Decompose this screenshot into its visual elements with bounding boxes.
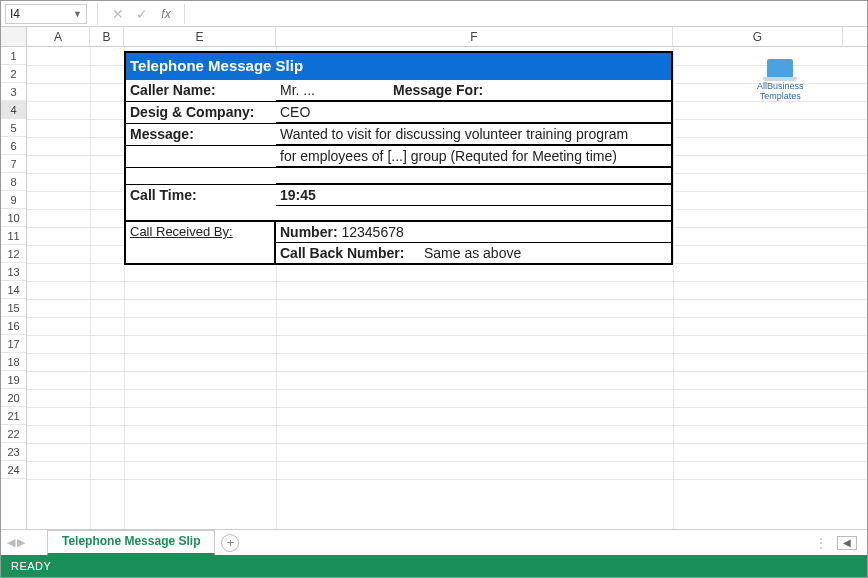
row-header[interactable]: 14 (1, 281, 26, 299)
message-for-label: Message For: (393, 82, 483, 98)
row-header[interactable]: 12 (1, 245, 26, 263)
cancel-formula-icon[interactable]: ✕ (108, 4, 128, 24)
sheet-tab-active[interactable]: Telephone Message Slip (47, 530, 215, 556)
message-slip: Telephone Message Slip Caller Name: Mr. … (124, 51, 673, 265)
desig-value: CEO (280, 104, 310, 120)
call-time-label: Call Time: (126, 185, 276, 206)
row-header[interactable]: 2 (1, 65, 26, 83)
column-headers: A B E F G (1, 27, 867, 47)
allbusiness-templates-logo: AllBusiness Templates (757, 59, 804, 101)
col-header[interactable]: G (673, 27, 843, 46)
row-header[interactable]: 22 (1, 425, 26, 443)
prev-sheet-icon[interactable]: ◀ (7, 536, 15, 549)
blank-label (126, 146, 276, 167)
row-header[interactable]: 24 (1, 461, 26, 479)
name-box-value: I4 (10, 7, 20, 21)
row-header[interactable]: 7 (1, 155, 26, 173)
number-label: Number: (280, 224, 338, 240)
row-header[interactable]: 23 (1, 443, 26, 461)
col-header[interactable]: E (124, 27, 276, 46)
blank-label (126, 206, 276, 220)
row-header[interactable]: 8 (1, 173, 26, 191)
divider (97, 3, 98, 25)
excel-window: I4 ▼ ✕ ✓ fx A B E F G 1 2 3 4 5 6 7 (0, 0, 868, 578)
row-header[interactable]: 17 (1, 335, 26, 353)
monitor-icon (767, 59, 793, 77)
formula-input[interactable] (184, 4, 867, 24)
message-line2: for employees of [...] group (Requted fo… (280, 148, 617, 164)
tab-separator: ⋮ (815, 536, 827, 550)
status-bar: READY (1, 555, 867, 577)
spreadsheet-grid[interactable]: A B E F G 1 2 3 4 5 6 7 8 9 10 11 12 13 … (1, 27, 867, 529)
blank-label (126, 168, 276, 184)
row-header[interactable]: 11 (1, 227, 26, 245)
row-header[interactable]: 4 (1, 101, 26, 119)
row-headers: 1 2 3 4 5 6 7 8 9 10 11 12 13 14 15 16 1… (1, 47, 27, 529)
desig-label: Desig & Company: (126, 102, 276, 123)
row-header[interactable]: 6 (1, 137, 26, 155)
next-sheet-icon[interactable]: ▶ (17, 536, 25, 549)
fx-icon[interactable]: fx (156, 4, 176, 24)
number-value: 12345678 (341, 224, 403, 240)
message-label: Message: (126, 124, 276, 145)
message-line1: Wanted to visit for discussing volunteer… (280, 126, 628, 142)
name-box[interactable]: I4 ▼ (5, 4, 87, 24)
row-header[interactable]: 18 (1, 353, 26, 371)
col-header[interactable]: B (90, 27, 124, 46)
callback-value: Same as above (424, 245, 521, 261)
horizontal-scroll-left[interactable]: ◀ (837, 536, 857, 550)
row-header[interactable]: 15 (1, 299, 26, 317)
call-time-value: 19:45 (280, 187, 316, 203)
enter-formula-icon[interactable]: ✓ (132, 4, 152, 24)
row-header[interactable]: 21 (1, 407, 26, 425)
slip-title: Telephone Message Slip (126, 53, 671, 80)
col-header[interactable]: A (27, 27, 90, 46)
row-header[interactable]: 13 (1, 263, 26, 281)
sheet-tabs: ◀▶ Telephone Message Slip + ⋮ ◀ (1, 529, 867, 555)
cells-area[interactable]: Telephone Message Slip Caller Name: Mr. … (27, 47, 867, 529)
caller-name-label: Caller Name: (126, 80, 276, 101)
received-by-label: Call Received By: (126, 222, 276, 263)
row-header[interactable]: 1 (1, 47, 26, 65)
formula-bar: I4 ▼ ✕ ✓ fx (1, 1, 867, 27)
caller-name-value: Mr. ... (280, 82, 315, 98)
status-ready: READY (11, 560, 51, 572)
col-header[interactable]: F (276, 27, 673, 46)
row-header[interactable]: 3 (1, 83, 26, 101)
callback-label: Call Back Number: (280, 245, 404, 261)
chevron-down-icon: ▼ (73, 9, 82, 19)
add-sheet-button[interactable]: + (221, 534, 239, 552)
tab-nav[interactable]: ◀▶ (7, 536, 25, 549)
logo-line1: AllBusiness (757, 81, 804, 91)
logo-line2: Templates (757, 91, 804, 101)
row-header[interactable]: 20 (1, 389, 26, 407)
row-header[interactable]: 19 (1, 371, 26, 389)
select-all-corner[interactable] (1, 27, 27, 46)
row-header[interactable]: 5 (1, 119, 26, 137)
row-header[interactable]: 9 (1, 191, 26, 209)
row-header[interactable]: 10 (1, 209, 26, 227)
row-header[interactable]: 16 (1, 317, 26, 335)
